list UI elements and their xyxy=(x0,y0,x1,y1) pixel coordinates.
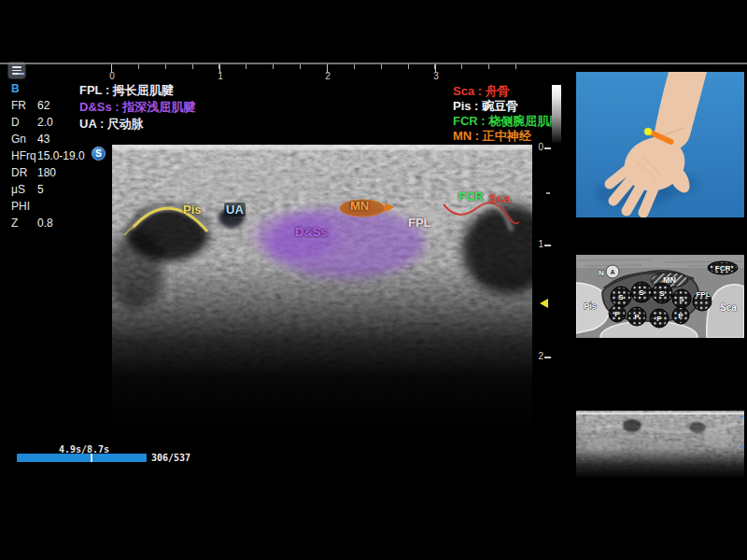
grayscale-map xyxy=(552,85,561,143)
depth-label: 0 xyxy=(534,142,543,152)
mode-indicator: B xyxy=(11,80,85,97)
param-row: FR62 xyxy=(11,97,85,114)
thumbnail-ultrasound-image xyxy=(576,411,744,479)
depth-tick xyxy=(544,147,551,149)
anatomy-diagram[interactable]: N A Pis MN FCR FPL Sca S S S S P P P P xyxy=(576,255,744,338)
depth-label: 2 xyxy=(534,351,543,361)
probe-position-photo[interactable] xyxy=(576,72,744,217)
param-row: DR180 xyxy=(11,164,85,181)
depth-tick xyxy=(544,245,551,246)
cine-frame-counter: 306/537 xyxy=(151,453,190,463)
legend-item: FCR : 桡侧腕屈肌腱 xyxy=(453,114,561,129)
reference-ultrasound-thumbnail[interactable] xyxy=(576,411,744,479)
diagram-label-a: A xyxy=(610,269,614,275)
legend-item: Pis : 豌豆骨 xyxy=(453,99,561,114)
svg-text:P: P xyxy=(614,310,620,318)
hand-photo-illustration xyxy=(576,72,744,217)
legend-right: Sca : 舟骨 Pis : 豌豆骨 FCR : 桡侧腕屈肌腱 MN : 正中神… xyxy=(453,84,561,144)
diagram-label-fpl: FPL xyxy=(696,290,710,299)
carpal-cross-section-illustration: N A Pis MN FCR FPL Sca S S S S P P P P xyxy=(576,255,744,338)
anatomy-label-sca: Sca xyxy=(488,191,510,205)
diagram-label-n: N xyxy=(599,269,604,277)
cine-position-marker[interactable] xyxy=(91,454,92,462)
svg-text:S: S xyxy=(679,295,684,303)
parameter-panel: B FR62 D2.0 Gn43 HFrq15.0-19.0 DR180 μS5… xyxy=(11,80,85,231)
param-row: PHI xyxy=(11,198,85,215)
cine-progress-bar[interactable] xyxy=(17,454,147,462)
diagram-label-fcr: FCR xyxy=(715,264,731,273)
diagram-label-mn: MN xyxy=(663,275,676,285)
anatomy-label-mn: MN xyxy=(350,199,369,213)
probe-orientation-marker: S xyxy=(92,147,106,161)
param-row: μS5 xyxy=(11,181,85,198)
param-row: HFrq15.0-19.0 xyxy=(11,147,85,164)
svg-text:S: S xyxy=(618,293,624,301)
legend-item: Sca : 舟骨 xyxy=(453,84,561,99)
hamburger-icon xyxy=(12,66,21,68)
param-row: Gn43 xyxy=(11,131,85,147)
ruler-label: 0 xyxy=(106,71,118,81)
anatomy-label-ua: UA xyxy=(224,203,246,217)
diagram-label-pis: Pis xyxy=(584,301,597,311)
param-row: D2.0 xyxy=(11,114,85,131)
legend-left: FPL : 拇长屈肌腱 D&Ss : 指深浅屈肌腱 UA : 尺动脉 xyxy=(79,82,195,133)
ultrasound-app: B FR62 D2.0 Gn43 HFrq15.0-19.0 DR180 μS5… xyxy=(0,0,747,560)
legend-item: MN : 正中神经 xyxy=(453,129,561,144)
top-ruler-major-ticks xyxy=(111,64,438,73)
legend-item: FPL : 拇长屈肌腱 xyxy=(79,82,195,99)
ruler-label: 1 xyxy=(215,71,226,81)
depth-tick xyxy=(546,192,550,194)
param-row: Z0.8 xyxy=(11,215,85,231)
anatomy-label-fcr: FCR xyxy=(458,189,484,203)
anatomy-label-pis: Pis xyxy=(183,203,202,217)
svg-text:P: P xyxy=(656,315,662,323)
ruler-label: 3 xyxy=(430,71,442,81)
depth-label: 1 xyxy=(534,239,543,249)
legend-item: UA : 尺动脉 xyxy=(79,116,195,133)
ultrasound-scan-area[interactable]: Pis UA D&Ss MN FPL FCR Sca xyxy=(112,145,532,434)
diagram-label-sca: Sca xyxy=(720,302,737,313)
probe-origin-dot xyxy=(644,128,652,135)
ruler-label: 2 xyxy=(322,71,333,81)
svg-text:P: P xyxy=(634,313,640,321)
depth-tick xyxy=(544,357,551,358)
focus-marker-icon[interactable] xyxy=(540,299,548,308)
anatomy-label-fpl: FPL xyxy=(408,216,431,230)
legend-item: D&Ss : 指深浅屈肌腱 xyxy=(79,99,195,116)
anatomy-label-dss: D&Ss xyxy=(295,225,328,239)
svg-text:S: S xyxy=(659,289,665,298)
svg-text:P: P xyxy=(678,312,684,320)
svg-text:S: S xyxy=(639,288,644,297)
ultrasound-image xyxy=(112,145,532,434)
